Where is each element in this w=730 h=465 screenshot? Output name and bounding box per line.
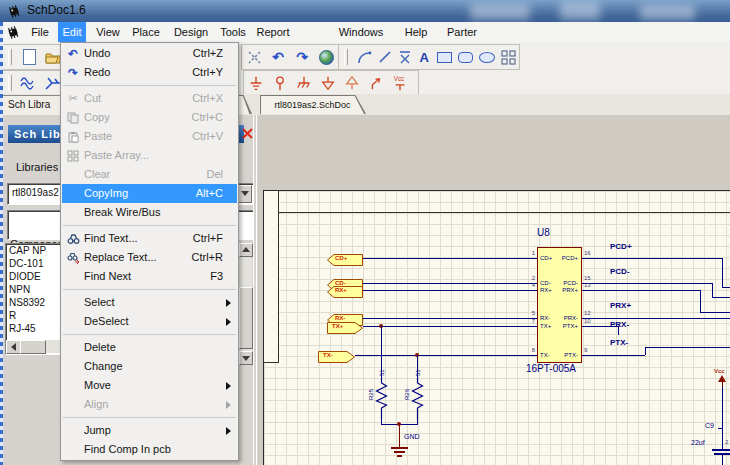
pin-number: 5 — [523, 310, 535, 316]
sheet-port-rx-plus[interactable]: RX+ — [327, 284, 363, 296]
capacitor-value[interactable]: 22uf — [691, 439, 705, 446]
power-arrow-icon[interactable] — [343, 74, 361, 92]
net-label[interactable]: PCD+ — [610, 243, 632, 251]
resistor-designator[interactable]: R26 — [404, 389, 410, 400]
sheet-port-tx-plus[interactable]: TX+ — [327, 320, 363, 332]
paste-array-tool-icon[interactable] — [501, 48, 516, 66]
capacitor-designator[interactable]: C9 — [705, 422, 714, 429]
wire — [581, 355, 645, 356]
menu-item-paste[interactable]: PasteCtrl+V — [62, 127, 237, 146]
resistor-designator[interactable]: R25 — [368, 389, 374, 400]
menu-item-change[interactable]: Change — [62, 357, 237, 376]
resistor-value[interactable]: 51 — [379, 369, 385, 376]
vcc-label[interactable]: Vcc — [714, 368, 725, 374]
chassis-ground-icon[interactable] — [295, 74, 313, 92]
tab-document[interactable]: rtl8019as2.SchDoc — [260, 95, 366, 114]
new-document-icon[interactable] — [20, 48, 38, 66]
wire — [581, 283, 712, 284]
resistor-value[interactable]: 51 — [415, 369, 421, 376]
menu-report[interactable]: Report — [252, 22, 294, 42]
menu-item-undo[interactable]: ↶ UndoCtrl+Z — [62, 44, 237, 63]
net-label[interactable]: PTX- — [610, 339, 628, 347]
combobox-dropdown-button[interactable] — [237, 185, 252, 203]
power-bar-icon[interactable] — [367, 74, 385, 92]
browse-library-icon[interactable] — [317, 48, 335, 66]
menu-item-find-next[interactable]: Find NextF3 — [62, 267, 237, 286]
menu-item-select[interactable]: Select — [62, 293, 237, 312]
earth-ground-icon[interactable] — [247, 74, 265, 92]
menu-item-break-wire-bus[interactable]: Break Wire/Bus — [62, 203, 237, 222]
text-tool-icon[interactable]: A — [418, 48, 432, 66]
ellipse-tool-icon[interactable] — [479, 48, 495, 66]
arc-tool-icon[interactable] — [356, 48, 372, 66]
scrollbar-thumb[interactable] — [20, 340, 46, 354]
menu-item-delete[interactable]: Delete — [62, 338, 237, 357]
net-label[interactable]: PRX+ — [610, 302, 631, 310]
schematic-canvas[interactable]: R25 R26 51 51 GND Vcc C9 22uf 2 U8 16PT-… — [258, 115, 730, 465]
menu-item-clear[interactable]: ClearDel — [62, 165, 237, 184]
chevron-down-icon — [242, 356, 250, 361]
wire-tool-icon[interactable] — [20, 74, 38, 92]
net-label[interactable]: PRX- — [610, 321, 629, 329]
menu-view[interactable]: View — [92, 22, 124, 42]
menu-help[interactable]: Help — [400, 22, 432, 42]
toolbar-grip[interactable] — [344, 49, 348, 65]
vcc-port-icon[interactable]: Vcc — [391, 74, 409, 92]
document-icon[interactable] — [5, 24, 21, 44]
scroll-left-button[interactable] — [6, 340, 21, 354]
menu-item-move[interactable]: Move — [62, 376, 237, 395]
ground-label[interactable]: GND — [404, 433, 420, 440]
menu-item-find-text[interactable]: Find Text...Ctrl+F — [62, 229, 237, 248]
menu-windows[interactable]: Windows — [334, 22, 388, 42]
menu-file[interactable]: File — [24, 22, 56, 42]
menu-item-find-comp-in-pcb[interactable]: Find Comp In pcb — [62, 440, 237, 459]
component-u8-body[interactable] — [537, 247, 582, 363]
component-part-number[interactable]: 16PT-005A — [526, 364, 576, 374]
menu-item-replace-text[interactable]: Replace Text...Ctrl+R — [62, 248, 237, 267]
redo-icon[interactable]: ↷ — [293, 48, 311, 66]
menu-item-copy[interactable]: CopyCtrl+C — [62, 108, 237, 127]
menu-item-redo[interactable]: ↷ RedoCtrl+Y — [62, 63, 237, 82]
scroll-up-button[interactable] — [239, 243, 253, 257]
cross-probe-icon[interactable] — [245, 48, 263, 66]
undo-icon[interactable]: ↶ — [269, 48, 287, 66]
resistor-r26[interactable] — [411, 378, 424, 419]
mirror-tool-icon[interactable] — [398, 48, 412, 66]
net-label[interactable]: PCD- — [610, 268, 630, 276]
menu-bar: File Edit View Place Design Tools Report… — [0, 22, 730, 43]
menu-item-paste-array[interactable]: Paste Array... — [62, 146, 237, 165]
pin-name: PTX+ — [538, 323, 578, 329]
tab-hidden-document[interactable] — [238, 95, 252, 114]
vertical-scrollbar[interactable] — [239, 243, 252, 363]
ground-symbol[interactable] — [391, 447, 408, 449]
toolbar-grip[interactable] — [8, 49, 12, 65]
menu-item-deselect[interactable]: DeSelect — [62, 312, 237, 331]
menu-edit[interactable]: Edit — [58, 22, 86, 42]
signal-ground-icon[interactable] — [319, 74, 337, 92]
menu-place[interactable]: Place — [128, 22, 164, 42]
menu-parter[interactable]: Parter — [442, 22, 482, 42]
menu-item-cut[interactable]: ✂ CutCtrl+X — [62, 89, 237, 108]
component-designator[interactable]: U8 — [537, 228, 550, 238]
sheet-port-cd-plus[interactable]: CD+ — [327, 252, 363, 264]
edit-dropdown-menu: ↶ UndoCtrl+Z ↷ RedoCtrl+Y ✂ CutCtrl+X Co… — [60, 42, 239, 461]
menu-item-copyimg[interactable]: CopyImgAlt+C — [62, 184, 237, 203]
power-port-icon[interactable] — [271, 74, 289, 92]
menu-item-jump[interactable]: Jump — [62, 421, 237, 440]
resistor-r25[interactable] — [375, 378, 388, 419]
menu-design[interactable]: Design — [170, 22, 212, 42]
capacitor-plate[interactable] — [712, 449, 730, 451]
line-tool-icon[interactable] — [378, 48, 392, 66]
wire — [700, 290, 701, 312]
window-edge[interactable] — [0, 22, 3, 465]
scrollbar-thumb[interactable] — [239, 287, 253, 349]
menu-item-align[interactable]: Align — [62, 395, 237, 414]
sheet-port-tx-minus[interactable]: TX- — [318, 349, 355, 361]
rounded-rectangle-tool-icon[interactable] — [458, 48, 473, 66]
scroll-down-button[interactable] — [239, 351, 253, 365]
rectangle-tool-icon[interactable] — [437, 48, 452, 66]
toolbar-grip[interactable] — [8, 75, 12, 91]
tab-sch-library[interactable]: Sch Libra — [2, 95, 69, 115]
title-bar[interactable]: SchDoc1.6 — [0, 0, 730, 22]
menu-tools[interactable]: Tools — [216, 22, 250, 42]
